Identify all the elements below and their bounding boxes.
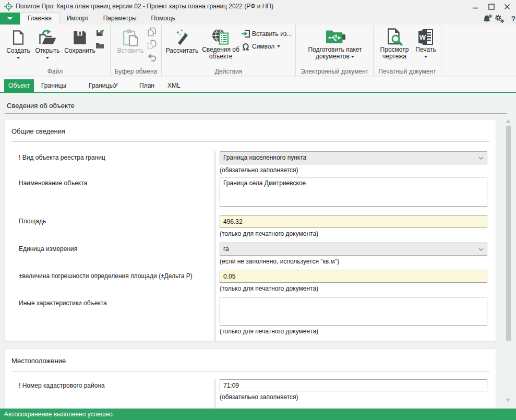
maximize-button[interactable]	[487, 3, 496, 10]
section-general-info: Общие сведения ! Вид объекта реестра гра…	[5, 119, 496, 341]
status-message: Автосохранение выполнено успешно.	[4, 411, 114, 418]
tab-xml[interactable]: XML	[167, 79, 181, 92]
minimize-button[interactable]	[471, 3, 479, 10]
minimize-icon	[472, 4, 478, 10]
open-button[interactable]: Открыть	[32, 28, 63, 59]
field-note: (обязательно заполняется)	[220, 166, 487, 174]
symbol-button[interactable]: Символ	[241, 42, 280, 51]
application-window: Полигон Про: Карта план границ версии 02…	[0, 0, 516, 420]
save-as-icon	[95, 28, 104, 37]
notifications-button[interactable]	[482, 14, 493, 23]
calculate-button[interactable]: Рассчитать	[165, 28, 199, 54]
ribbon-group-printdocument: Просмотр чертежа W	[374, 25, 441, 76]
magic-wand-icon	[165, 28, 199, 47]
accuracy-input[interactable]	[220, 270, 487, 283]
insert-from-button[interactable]: Вставить из...	[241, 29, 292, 38]
close-button[interactable]	[503, 3, 511, 10]
cadastral-district-input[interactable]	[220, 379, 487, 391]
group-label-clipboard: Буфер обмена	[111, 68, 161, 75]
save-as-button[interactable]	[95, 28, 104, 37]
chevron-down-icon	[478, 157, 484, 160]
section-divider	[11, 141, 489, 142]
save-floppy-icon	[63, 28, 97, 47]
group-label-file: Файл	[0, 68, 110, 75]
save-button[interactable]: Сохранить	[63, 28, 97, 54]
maximize-icon	[488, 4, 495, 10]
group-label-actions: Действия	[162, 68, 295, 75]
gears-icon	[494, 14, 505, 23]
close-icon	[504, 4, 510, 10]
ribbon-tab-parametry[interactable]: Параметры	[96, 13, 144, 25]
area-input[interactable]	[220, 215, 487, 228]
status-bar: Автосохранение выполнено успешно.	[0, 409, 516, 420]
ribbon-tab-glavnaya[interactable]: Главная	[20, 13, 59, 25]
usb-package-icon	[301, 28, 369, 46]
paste-button[interactable]: Вставить	[115, 28, 146, 54]
document-tab-strip: Объект Границы ГраницыУ План XML	[0, 77, 516, 92]
quick-icons: ?	[482, 14, 516, 23]
copy-icon	[147, 27, 157, 37]
field-label: ! Вид объекта реестра границ	[5, 151, 214, 177]
object-kind-select[interactable]: Граница населенного пункта	[220, 151, 487, 164]
open-folder-icon	[32, 28, 63, 47]
ribbon-tab-pomosch[interactable]: Помощь	[144, 13, 183, 25]
word-document-icon: W	[413, 28, 438, 46]
app-menu-button[interactable]	[0, 13, 20, 25]
copy-button[interactable]	[147, 27, 157, 37]
tab-granitsy[interactable]: Границы	[41, 79, 66, 92]
help-button[interactable]: ?	[508, 14, 516, 23]
dropdown-arrow-icon	[277, 45, 280, 47]
omega-icon	[241, 42, 250, 51]
form-row-object-kind: ! Вид объекта реестра границ Граница нас…	[5, 151, 496, 177]
page-content: Сведения об объекте Общие сведения ! Вид…	[0, 93, 516, 420]
select-value: Граница населенного пункта	[220, 152, 487, 164]
unit-select[interactable]: га	[220, 243, 487, 256]
scrollbar-down-arrow-icon[interactable]	[506, 399, 510, 402]
prepare-package-button[interactable]: Подготовить пакет документов	[301, 28, 369, 60]
ribbon-group-file: Создать Открыть	[0, 25, 111, 76]
form-row-area: Площадь (только для печатного документа)	[5, 215, 496, 243]
chevron-down-icon	[478, 248, 484, 251]
create-button[interactable]: Создать	[4, 28, 32, 59]
ribbon-group-actions: Рассчитать	[162, 25, 296, 76]
print-button[interactable]: W Печать	[413, 28, 438, 58]
settings-button[interactable]	[494, 14, 505, 23]
ribbon-tab-import[interactable]: Импорт	[59, 13, 96, 25]
tab-object[interactable]: Объект	[4, 79, 34, 92]
scrollbar-up-arrow-icon[interactable]	[506, 119, 510, 123]
svg-text:W: W	[419, 33, 426, 41]
ribbon-tabs: Главная Импорт Параметры Помощь	[20, 13, 183, 25]
paste-special-button[interactable]	[147, 40, 157, 49]
undo-button[interactable]	[147, 52, 157, 62]
ribbon: Создать Открыть	[0, 25, 516, 76]
field-note: (только для печатного документа)	[220, 285, 487, 292]
preview-drawing-button[interactable]: Просмотр чертежа	[377, 28, 412, 60]
tab-granitsyu[interactable]: ГраницыУ	[89, 79, 118, 92]
dropdown-arrow-icon	[17, 57, 20, 59]
field-label: ±величина погрешности определения площад…	[5, 270, 214, 297]
other-characteristics-textarea[interactable]	[220, 297, 487, 326]
heading-divider	[5, 113, 507, 114]
new-document-icon	[4, 28, 32, 47]
chevron-down-icon	[7, 17, 13, 20]
paste-special-icon	[147, 40, 157, 49]
field-note: (только для печатного документа)	[220, 328, 487, 335]
dropdown-arrow-icon	[351, 56, 354, 58]
tab-plan[interactable]: План	[139, 79, 154, 92]
field-label: Единица измерения	[5, 243, 214, 270]
field-label: Наименование объекта	[5, 177, 214, 215]
bell-icon	[483, 14, 493, 23]
select-value: га	[220, 243, 487, 255]
title-bar: Полигон Про: Карта план границ версии 02…	[0, 0, 516, 13]
dropdown-arrow-icon	[46, 57, 49, 59]
dropdown-arrow-icon	[424, 56, 427, 58]
form-row-object-name: Наименование объекта Граница села Дмитри…	[5, 177, 496, 215]
section-divider	[11, 371, 489, 371]
ribbon-group-edocument: Подготовить пакет документов Электронный…	[296, 25, 374, 76]
object-name-textarea[interactable]: Граница села Дмитриевское	[220, 177, 487, 207]
globe-info-icon	[199, 28, 242, 46]
open-recent-button[interactable]	[95, 40, 104, 50]
object-info-button[interactable]: Сведения об объекте	[199, 28, 242, 60]
field-label: Иные характеристики объекта	[5, 297, 214, 341]
scrollbar-thumb[interactable]	[506, 126, 511, 341]
